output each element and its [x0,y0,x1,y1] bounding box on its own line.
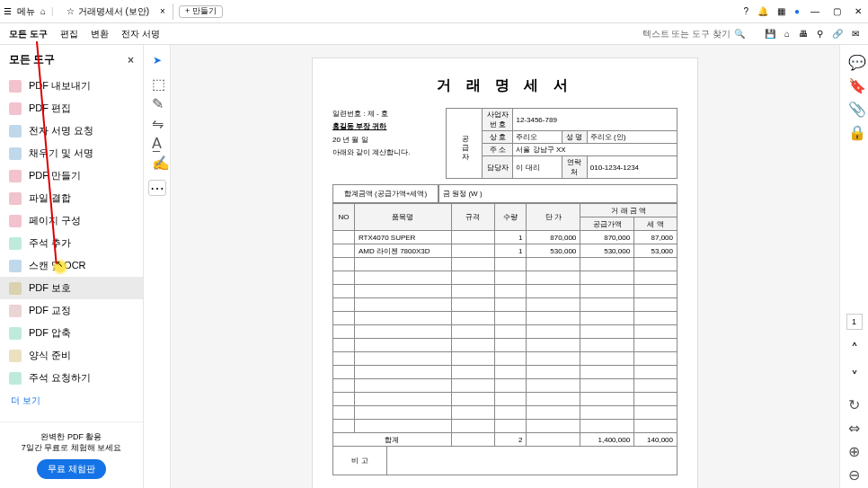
minimize-icon[interactable]: — [809,6,821,16]
document-canvas[interactable]: 거 래 명 세 서 일련번호 : 제 - 호 홍길동 부장 귀하 20 년 월 … [171,45,839,488]
sidebar-item-3[interactable]: 채우기 및 서명 [0,142,143,164]
lock-panel-icon[interactable]: 🔒 [848,124,861,137]
table-row-empty [333,379,678,393]
tool-icon [9,305,22,317]
sidebar-item-7[interactable]: 주석 추가 [0,232,143,254]
link-icon[interactable]: 🔗 [832,29,843,39]
sidebar-item-13[interactable]: 주석 요청하기 [0,367,143,389]
sidebar-footer: 완벽한 PDF 활용 7일간 무료로 체험해 보세요 무료 체험판 [0,421,143,488]
tool-icon [9,80,22,93]
sidebar-title: 모든 도구 [9,52,55,67]
pointer-tool-icon[interactable]: ➤ [153,54,162,67]
menu-item-alltools[interactable]: 모든 도구 [9,28,48,40]
tool-icon [9,327,22,340]
more-tools-icon[interactable]: ⋯ [148,180,166,196]
table-row-empty [333,271,678,285]
save-icon[interactable]: 💾 [765,29,775,39]
sidebar-item-2[interactable]: 전자 서명 요청 [0,120,143,142]
star-icon: ☆ [66,6,75,16]
vertical-toolstrip: ➤ ⬚ ✎ ⇋ A̲ ✍ ⋯ [144,45,171,488]
help-icon[interactable]: ? [743,6,748,16]
scroll-down-icon[interactable]: ˅ [851,368,858,386]
attach-panel-icon[interactable]: 📎 [848,101,861,113]
sidebar-item-11[interactable]: PDF 압축 [0,322,143,344]
close-tab-icon[interactable]: × [160,6,165,16]
zoom-in-icon[interactable]: ⊕ [848,443,861,456]
table-row-empty [333,285,678,298]
sidebar-item-6[interactable]: 페이지 구성 [0,209,143,232]
bookmark-panel-icon[interactable]: 🔖 [848,77,861,90]
sidebar-item-4[interactable]: PDF 만들기 [0,164,143,187]
table-row-empty [333,258,678,271]
close-sidebar-icon[interactable]: × [128,54,134,67]
page-indicator[interactable]: 1 [846,314,863,330]
draw-tool-icon[interactable]: ✍ [152,155,163,165]
zoom-out-icon[interactable]: ⊖ [848,466,861,479]
menu-label[interactable]: 메뉴 [17,5,35,18]
sidebar-item-12[interactable]: 양식 준비 [0,344,143,367]
table-row-empty [333,325,678,339]
bell-icon[interactable]: 🔔 [757,6,768,16]
new-tab-button[interactable]: + 만들기 [179,5,223,18]
search-icon: 🔍 [734,29,745,39]
tab-title: 거래명세서 (보안) [78,5,149,18]
menu-item-convert[interactable]: 변환 [91,28,109,40]
sidebar-item-10[interactable]: PDF 교정 [0,299,143,322]
select-tool-icon[interactable]: ⬚ [152,75,163,86]
tool-icon [9,282,22,295]
comment-panel-icon[interactable]: 💬 [848,54,861,67]
maximize-icon[interactable]: ▢ [830,6,843,16]
hamburger-icon[interactable]: ☰ [4,6,12,16]
sidebar-item-8[interactable]: 스캔 및 OCR [0,254,143,277]
tool-icon [9,350,22,362]
menu-item-edit[interactable]: 편집 [60,28,78,40]
tool-icon [9,102,22,115]
tool-icon [9,170,22,182]
search-placeholder: 텍스트 또는 도구 찾기 [642,28,731,40]
underline-tool-icon[interactable]: ⇋ [152,115,163,126]
table-row-empty [333,352,678,366]
tool-icon [9,372,22,385]
supplier-table: 공 급 자 사업자 번 호12-3456-789 상 호주리오성 명주리오 (인… [446,108,678,179]
close-window-icon[interactable]: ✕ [852,6,864,16]
document-page: 거 래 명 세 서 일련번호 : 제 - 호 홍길동 부장 귀하 20 년 월 … [312,58,698,488]
text-tool-icon[interactable]: A̲ [152,135,163,146]
sidebar-item-1[interactable]: PDF 편집 [0,97,143,120]
fit-width-icon[interactable]: ⇔ [848,420,861,432]
mail-icon[interactable]: ✉ [852,29,859,39]
items-table: NO 품목명 규격 수량 단 가 거 래 금 액 공급가액세 액 RTX4070… [332,203,678,447]
print-icon[interactable]: 🖶 [799,29,808,39]
doc-title: 거 래 명 세 서 [332,76,678,95]
highlight-tool-icon[interactable]: ✎ [152,95,163,106]
search-box[interactable]: 텍스트 또는 도구 찾기 🔍 [642,28,745,40]
sidebar-item-5[interactable]: 파일 결합 [0,187,143,209]
scroll-up-icon[interactable]: ˄ [851,341,858,358]
titlebar: ☰ 메뉴 ⌂ | ☆ 거래명세서 (보안) × + 만들기 ? 🔔 ▦ ● — … [0,0,868,23]
remark-row: 비 고 [332,447,678,475]
sidebar-more[interactable]: 더 보기 [0,389,143,413]
tool-icon [9,237,22,250]
table-row-empty [333,393,678,406]
cloud-icon[interactable]: ⌂ [784,29,790,39]
table-total-row: 합계21,400,000140,000 [333,433,678,447]
tool-icon [9,125,22,138]
menubar: 모든 도구 편집 변환 전자 서명 텍스트 또는 도구 찾기 🔍 💾 ⌂ 🖶 ⚲… [0,23,868,45]
table-row-empty [333,298,678,312]
table-row: AMD 라이젠 7800X3D1530,000530,00053,000 [333,244,678,258]
table-row-empty [333,406,678,420]
rotate-icon[interactable]: ↻ [848,396,861,409]
table-row-empty [333,420,678,433]
table-row-empty [333,339,678,352]
home-icon[interactable]: ⌂ [40,6,46,16]
sidebar-item-0[interactable]: PDF 내보내기 [0,75,143,97]
share-icon[interactable]: ⚲ [817,29,823,39]
tool-icon [9,215,22,227]
document-tab[interactable]: ☆ 거래명세서 (보안) × [59,4,173,20]
sidebar: 모든 도구 × PDF 내보내기PDF 편집전자 서명 요청채우기 및 서명PD… [0,45,144,488]
sidebar-item-9[interactable]: PDF 보호 [0,277,143,299]
trial-button[interactable]: 무료 체험판 [37,459,106,479]
account-icon[interactable]: ● [794,6,800,16]
tool-icon [9,260,22,272]
apps-icon[interactable]: ▦ [777,6,785,16]
menu-item-sign[interactable]: 전자 서명 [121,28,160,40]
